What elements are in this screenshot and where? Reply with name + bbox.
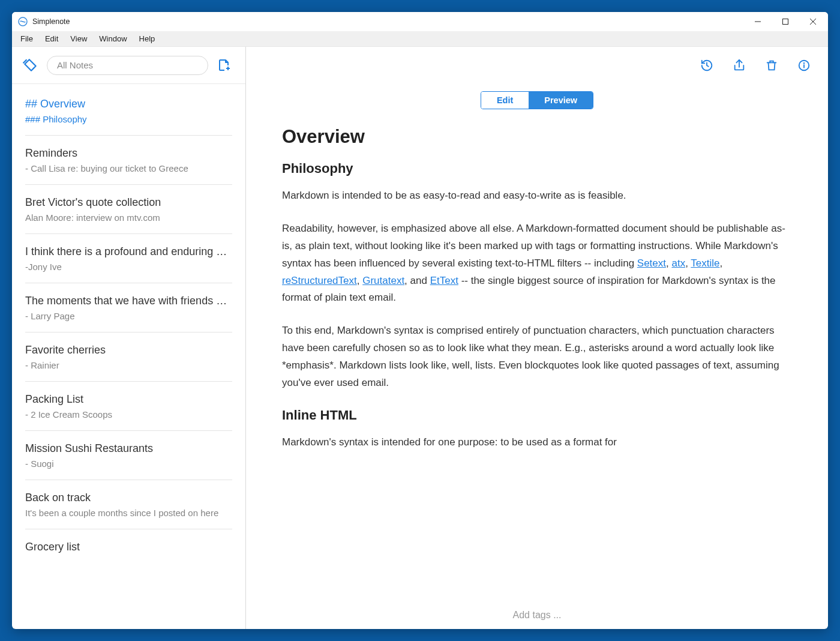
preview-area: Edit Preview Overview Philosophy Markdow… — [246, 84, 828, 629]
link-setext[interactable]: Setext — [637, 257, 666, 269]
doc-heading-inline-html: Inline HTML — [282, 408, 792, 423]
document-preview: Overview Philosophy Markdown is intended… — [282, 126, 792, 451]
note-preview: Alan Moore: interview on mtv.com — [25, 211, 232, 225]
tag-input[interactable]: Add tags ... — [477, 605, 598, 629]
menu-window[interactable]: Window — [93, 33, 133, 44]
note-item[interactable]: Favorite cherries - Rainier — [12, 333, 245, 381]
maximize-button[interactable] — [772, 12, 799, 31]
link-atx[interactable]: atx — [671, 257, 685, 269]
note-item[interactable]: Reminders - Call Lisa re: buying our tic… — [12, 136, 245, 184]
note-preview: - Call Lisa re: buying our ticket to Gre… — [25, 161, 232, 176]
note-toolbar — [246, 47, 828, 84]
mode-toggle: Edit Preview — [481, 91, 593, 109]
main-pane: Edit Preview Overview Philosophy Markdow… — [246, 47, 828, 629]
app-icon — [18, 17, 28, 26]
svg-point-2 — [33, 67, 34, 68]
note-preview: - 2 Ice Cream Scoops — [25, 408, 232, 422]
note-title: Reminders — [25, 145, 232, 161]
tags-button[interactable] — [20, 55, 41, 76]
preview-scroll[interactable]: Overview Philosophy Markdown is intended… — [246, 114, 828, 605]
svg-rect-1 — [783, 19, 788, 25]
tag-placeholder: Add tags ... — [513, 610, 562, 620]
trash-icon — [765, 59, 778, 72]
note-title: Bret Victor's quote collection — [25, 194, 232, 211]
history-icon — [700, 59, 713, 72]
tab-preview[interactable]: Preview — [529, 92, 593, 109]
link-grutatext[interactable]: Grutatext — [362, 275, 404, 286]
doc-paragraph: To this end, Markdown's syntax is compri… — [282, 322, 792, 392]
note-preview: It's been a couple months since I posted… — [25, 506, 232, 520]
search-placeholder: All Notes — [57, 60, 93, 70]
titlebar: Simplenote — [12, 12, 828, 31]
history-button[interactable] — [700, 58, 714, 73]
info-icon — [797, 59, 811, 72]
note-preview: - Larry Page — [25, 309, 232, 324]
info-button[interactable] — [797, 58, 811, 73]
note-item[interactable]: The moments that we have with friends an… — [12, 283, 245, 332]
search-input[interactable]: All Notes — [47, 56, 208, 75]
note-item[interactable]: Grocery list — [12, 529, 245, 564]
menu-file[interactable]: File — [14, 33, 39, 44]
note-title: Mission Sushi Restaurants — [25, 441, 232, 457]
new-note-button[interactable] — [214, 55, 235, 76]
menubar: File Edit View Window Help — [12, 31, 828, 47]
maximize-icon — [782, 19, 788, 25]
note-list[interactable]: ## Overview ### Philosophy Reminders - C… — [12, 84, 245, 629]
tab-edit[interactable]: Edit — [481, 92, 529, 109]
minimize-icon — [755, 19, 761, 25]
app-window: Simplenote File Edit View Window Help — [12, 12, 828, 629]
note-title: Packing List — [25, 391, 232, 408]
note-title: The moments that we have with friends an… — [25, 293, 232, 309]
note-preview: - Rainier — [25, 358, 232, 373]
note-item[interactable]: Back on track It's been a couple months … — [12, 480, 245, 529]
note-item[interactable]: ## Overview ### Philosophy — [12, 86, 245, 135]
menu-view[interactable]: View — [64, 33, 93, 44]
tags-icon — [23, 58, 38, 73]
svg-point-4 — [804, 63, 805, 64]
trash-button[interactable] — [764, 58, 779, 73]
doc-paragraph: Markdown is intended to be as easy-to-re… — [282, 187, 792, 205]
note-item[interactable]: Mission Sushi Restaurants - Suogi — [12, 431, 245, 480]
sidebar: All Notes ## Overview ### Philosophy — [12, 47, 246, 629]
new-note-icon — [217, 58, 232, 73]
note-preview: ### Philosophy — [25, 112, 232, 127]
window-title: Simplenote — [32, 17, 70, 26]
note-title: Grocery list — [25, 539, 232, 555]
note-item[interactable]: Packing List - 2 Ice Cream Scoops — [12, 382, 245, 430]
link-textile[interactable]: Textile — [691, 257, 719, 269]
link-restructuredtext[interactable]: reStructuredText — [282, 275, 357, 286]
note-preview: -Jony Ive — [25, 260, 232, 274]
doc-heading-overview: Overview — [282, 126, 792, 148]
close-icon — [810, 19, 816, 25]
note-item[interactable]: Bret Victor's quote collection Alan Moor… — [12, 185, 245, 233]
minimize-button[interactable] — [744, 12, 772, 31]
share-button[interactable] — [732, 58, 746, 73]
doc-paragraph: Readability, however, is emphasized abov… — [282, 220, 792, 307]
sidebar-toolbar: All Notes — [12, 47, 245, 84]
note-title: Back on track — [25, 490, 232, 506]
link-ettext[interactable]: EtText — [430, 275, 458, 286]
menu-edit[interactable]: Edit — [39, 33, 64, 44]
close-button[interactable] — [799, 12, 827, 31]
note-title: Favorite cherries — [25, 342, 232, 358]
doc-paragraph: Markdown's syntax is intended for one pu… — [282, 434, 792, 451]
note-title: ## Overview — [25, 96, 232, 112]
note-preview: - Suogi — [25, 457, 232, 471]
share-icon — [733, 59, 746, 72]
note-item[interactable]: I think there is a profound and enduring… — [12, 234, 245, 283]
note-title: I think there is a profound and enduring… — [25, 244, 232, 260]
doc-heading-philosophy: Philosophy — [282, 161, 792, 176]
menu-help[interactable]: Help — [133, 33, 161, 44]
